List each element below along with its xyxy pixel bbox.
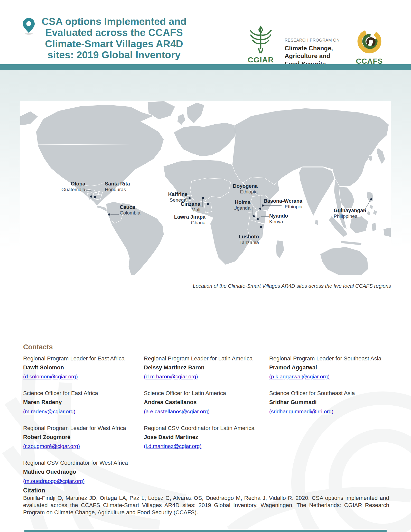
contact-email-link[interactable]: (r.zougmoré@cigar.org) (23, 443, 80, 449)
contact-name: Maren Radeny (23, 399, 144, 406)
contact-name: Pramod Aggarwal (269, 364, 390, 371)
world-map: Olopa Guatemala Santa Rita Honduras Cauc… (20, 101, 391, 276)
contact-email-link[interactable]: (d.m.baron@cgiar.org) (144, 374, 198, 379)
site-label-olopa: Olopa Guatemala (61, 181, 85, 192)
cgiar-logo-text: CGIAR (242, 55, 279, 64)
region-south-asia (299, 167, 334, 216)
site-label-nyando: Nyando Kenya (269, 213, 288, 224)
header: CSA options Implemented and Evaluated ac… (0, 0, 411, 64)
map-caption: Location of the Climate-Smart Villages A… (108, 283, 391, 289)
site-label-santa-rita: Santa Rita Honduras (105, 181, 130, 192)
contact-name: Sridhar Gummadi (269, 399, 390, 406)
citation-heading: Citation (23, 487, 389, 494)
site-label-guinayangan: Guinayangan Philippines (334, 208, 366, 219)
title-line: sites: 2019 Global Inventory (38, 49, 190, 60)
site-label-hoima: Hoima Uganda (233, 199, 250, 211)
contact-entry: Regional Program Leader for Southeast As… (269, 355, 390, 380)
contact-role: Science Officer for Southeast Asia (269, 390, 390, 397)
contacts-column-2: Regional Program Leader for Latin Americ… (144, 355, 265, 459)
contact-entry: Regional Program Leader for Latin Americ… (144, 355, 265, 380)
contact-role: Regional CSV Coordinator for West Africa (23, 459, 144, 467)
contact-email-link[interactable]: (sridhar.gummadi@irri.org) (269, 408, 333, 414)
contact-role: Science Officer for Latin America (144, 390, 265, 397)
contact-name: Andrea Castellanos (144, 399, 265, 406)
program-line: Climate Change, (285, 44, 349, 52)
contact-role: Science Officer for East Africa (23, 390, 144, 397)
contact-name: Mathieu Ouedraogo (23, 468, 144, 476)
contact-name: Jose David Martinez (144, 434, 265, 441)
contacts-column-1: Regional Program Leader for East Africa … (23, 355, 144, 494)
program-line: Agriculture and (285, 52, 349, 60)
title-line: CSA options Implemented and (38, 16, 190, 27)
contact-email-link[interactable]: (m.ouedraogo@cgiar.org) (23, 478, 85, 484)
contact-email-link[interactable]: (p.k.aggarwal@cgiar.org) (269, 374, 330, 379)
site-label-basona-werana: Basona-Werana Ethiopia (264, 198, 302, 209)
poster-page: CSA options Implemented and Evaluated ac… (0, 0, 411, 532)
contact-email-link[interactable]: (a.e.castellanos@cgiar.org) (144, 408, 210, 414)
site-label-lawra-jirapa: Lawra Jirapa Ghana (174, 214, 206, 225)
site-label-cauca: Cauca Colombia (120, 204, 140, 216)
contact-entry: Science Officer for Latin America Andrea… (144, 390, 265, 415)
contact-entry: Regional CSV Coordinator for West Africa… (23, 459, 144, 484)
contact-entry: Regional Program Leader for West Africa … (23, 425, 144, 450)
cgiar-logo: CGIAR (242, 25, 279, 64)
ccafs-crescents-icon (356, 28, 383, 55)
contact-name: Deissy Martinez Baron (144, 364, 265, 371)
cgiar-wheat-icon (249, 25, 273, 54)
program-kicker: RESEARCH PROGRAM ON (285, 38, 349, 43)
page-title: CSA options Implemented and Evaluated ac… (38, 16, 190, 60)
contacts-column-3: Regional Program Leader for Southeast As… (269, 355, 390, 425)
contact-role: Regional Program Leader for Latin Americ… (144, 355, 265, 362)
contact-entry: Regional CSV Coordinator for Latin Ameri… (144, 425, 265, 450)
contact-role: Regional CSV Coordinator for Latin Ameri… (144, 425, 265, 432)
contact-entry: Science Officer for East Africa Maren Ra… (23, 390, 144, 415)
contact-name: Dawit Solomon (23, 364, 144, 371)
citation-block: Citation Bonilla-Findji O, Martinez JD, … (23, 487, 389, 516)
contact-role: Regional Program Leader for East Africa (23, 355, 144, 362)
program-name-block: RESEARCH PROGRAM ON Climate Change, Agri… (285, 38, 349, 68)
footer-accent-bar (24, 530, 387, 532)
contact-name: Robert Zougmoré (23, 434, 144, 441)
contact-email-link[interactable]: (j.d.martinez@cgiar.org) (144, 443, 201, 449)
site-label-lushoto: Lushoto Tanzania (239, 234, 259, 245)
teal-divider-band (0, 64, 411, 70)
citation-text: Bonilla-Findji O, Martinez JD, Ortega LA… (23, 494, 389, 516)
location-pin-icon (22, 17, 36, 35)
contact-entry: Science Officer for Southeast Asia Sridh… (269, 390, 390, 415)
contacts-heading: Contacts (23, 343, 53, 351)
title-line: Evaluated across the CCAFS (38, 27, 190, 38)
contact-role: Regional Program Leader for West Africa (23, 425, 144, 432)
contact-role: Regional Program Leader for Southeast As… (269, 355, 390, 362)
contact-email-link[interactable]: (d.solomon@cgiar.org) (23, 374, 78, 379)
contact-email-link[interactable]: (m.radeny@cgiar.org) (23, 408, 75, 414)
site-label-cinzana: Cinzana Mali (181, 201, 200, 212)
site-label-doyogena: Doyogena Ethiopia (233, 183, 258, 194)
ccafs-logo: CCAFS (351, 28, 387, 66)
contact-entry: Regional Program Leader for East Africa … (23, 355, 144, 380)
title-line: Climate-Smart Villages AR4D (38, 38, 190, 49)
